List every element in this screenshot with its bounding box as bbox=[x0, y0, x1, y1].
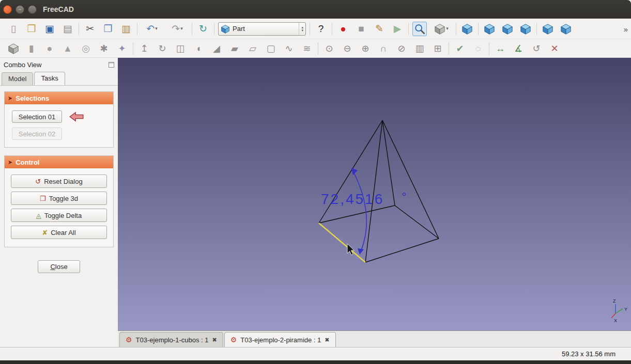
redo-icon[interactable]: ↷▾ bbox=[166, 22, 188, 36]
close-button[interactable]: Close bbox=[38, 260, 80, 273]
3d-viewport[interactable]: Z Y X 72,4516 ° bbox=[118, 58, 631, 330]
macro-execute-icon[interactable]: ▶ bbox=[390, 22, 405, 36]
part-cylinder-icon[interactable]: ▮ bbox=[24, 41, 39, 56]
mirror-icon[interactable]: ◫ bbox=[173, 41, 188, 56]
part-primitives-icon[interactable]: ✱ bbox=[97, 41, 111, 56]
maximize-window-button[interactable] bbox=[28, 5, 37, 14]
check-geometry-icon[interactable]: ✔ bbox=[453, 41, 467, 56]
toolbar-separator bbox=[79, 23, 79, 35]
boolean-intersection-icon[interactable]: ∩ bbox=[376, 41, 391, 56]
tasks-panel: ➤ Selections Selection 01 Selection 02 ➤… bbox=[0, 86, 118, 273]
selections-section-header[interactable]: ➤ Selections bbox=[5, 92, 113, 104]
undo-icon[interactable]: ↶▾ bbox=[141, 22, 163, 36]
chamfer-icon[interactable]: ◢ bbox=[209, 41, 224, 56]
draw-style-icon[interactable]: ▾ bbox=[430, 22, 452, 36]
clear-all-button[interactable]: ✘ Clear All bbox=[11, 226, 107, 239]
view-axonometric-icon[interactable] bbox=[460, 22, 474, 36]
tab-tasks[interactable]: Tasks bbox=[34, 72, 65, 85]
part-box-icon[interactable] bbox=[6, 41, 21, 56]
open-file-icon[interactable]: ❒ bbox=[24, 22, 39, 36]
ruled-surface-icon[interactable]: ▱ bbox=[245, 41, 260, 56]
revolve-icon[interactable]: ↻ bbox=[155, 41, 170, 56]
whats-this-icon[interactable]: ? bbox=[314, 22, 328, 36]
macro-stop-icon[interactable]: ■ bbox=[354, 22, 368, 36]
toggle-delta-icon: ◬ bbox=[36, 212, 41, 219]
float-panel-icon[interactable] bbox=[109, 62, 114, 68]
document-tab-label: T03-ejemplo-1-cubos : 1 bbox=[136, 336, 209, 344]
view-top-icon[interactable] bbox=[500, 22, 515, 36]
axis-indicator: Z Y X bbox=[611, 298, 627, 323]
document-tab[interactable]: ⚙T03-ejemplo-1-cubos : 1✖ bbox=[119, 332, 223, 347]
part-torus-icon[interactable]: ◎ bbox=[79, 41, 93, 56]
pyramid-wireframe[interactable] bbox=[319, 120, 439, 262]
toggle-delta-button[interactable]: ◬ Toggle Delta bbox=[11, 209, 107, 222]
tab-model[interactable]: Model bbox=[2, 72, 33, 85]
new-document-icon[interactable]: ▯ bbox=[6, 22, 21, 36]
boolean-union-icon[interactable]: ⊕ bbox=[358, 41, 373, 56]
tab-close-icon[interactable]: ✖ bbox=[212, 337, 217, 343]
macro-edit-icon[interactable]: ✎ bbox=[372, 22, 387, 36]
workbench-selector[interactable]: Part▴▾ bbox=[218, 22, 306, 36]
selection-01-button[interactable]: Selection 01 bbox=[12, 110, 62, 123]
part-cone-icon[interactable]: ▲ bbox=[60, 41, 75, 56]
toggle-delta-label: Toggle Delta bbox=[44, 212, 82, 219]
shape-builder-icon[interactable]: ✦ bbox=[115, 41, 129, 56]
extrude-icon[interactable]: ↥ bbox=[137, 41, 151, 56]
section-icon[interactable]: ⊘ bbox=[394, 41, 409, 56]
view-rear-icon[interactable] bbox=[541, 22, 555, 36]
measure-refresh-icon[interactable]: ↺ bbox=[529, 41, 544, 56]
document-gear-icon: ⚙ bbox=[126, 336, 132, 344]
copy-icon[interactable]: ❐ bbox=[101, 22, 115, 36]
defeaturing-icon[interactable]: ◌ bbox=[471, 41, 485, 56]
reset-dialog-button[interactable]: ↺ Reset Dialog bbox=[11, 175, 107, 188]
boolean-icon[interactable]: ⊙ bbox=[322, 41, 336, 56]
refresh-icon[interactable]: ↻ bbox=[196, 22, 210, 36]
toolbar-separator bbox=[318, 42, 318, 55]
measure-angular-icon[interactable]: ∡ bbox=[511, 41, 526, 56]
save-icon[interactable]: ▣ bbox=[42, 22, 57, 36]
toolbar-separator bbox=[133, 42, 133, 55]
toolbar-separator bbox=[332, 23, 332, 35]
cut-icon[interactable]: ✂ bbox=[83, 22, 97, 36]
view-bottom-icon[interactable] bbox=[559, 22, 573, 36]
print-icon[interactable]: ▤ bbox=[60, 22, 75, 36]
dimensions-readout: 59.23 x 31.56 mm bbox=[562, 350, 615, 358]
measure-clear-icon[interactable]: ✕ bbox=[547, 41, 562, 56]
reset-dialog-icon: ↺ bbox=[35, 178, 41, 185]
measure-linear-icon[interactable]: ↔ bbox=[493, 41, 507, 56]
minimize-window-button[interactable]: – bbox=[16, 5, 24, 14]
toggle-3d-icon: ❒ bbox=[40, 195, 46, 202]
macro-record-icon[interactable]: ● bbox=[336, 22, 350, 36]
view-front-icon[interactable] bbox=[482, 22, 497, 36]
view-right-icon[interactable] bbox=[518, 22, 533, 36]
control-section-header[interactable]: ➤ Control bbox=[5, 156, 113, 168]
zoom-fit-icon[interactable] bbox=[412, 22, 427, 36]
compound-icon[interactable]: ⊞ bbox=[430, 41, 445, 56]
part-sphere-icon[interactable]: ● bbox=[42, 41, 57, 56]
document-tab[interactable]: ⚙T03-ejemplo-2-piramide : 1✖ bbox=[224, 332, 336, 347]
paste-icon[interactable]: ▥ bbox=[119, 22, 133, 36]
combo-view-tabs: Model Tasks bbox=[0, 71, 118, 86]
loft-icon[interactable]: ▢ bbox=[264, 41, 278, 56]
fillet-icon[interactable]: ◖ bbox=[191, 41, 206, 56]
section-marker-icon: ➤ bbox=[8, 159, 12, 166]
tab-close-icon[interactable]: ✖ bbox=[325, 337, 329, 343]
toolbar-separator bbox=[310, 23, 310, 35]
toolbar-separator bbox=[478, 23, 479, 35]
workbench-name: Part bbox=[233, 25, 299, 33]
selected-edge[interactable] bbox=[319, 223, 365, 262]
cross-sections-icon[interactable]: ▥ bbox=[412, 41, 427, 56]
axis-z-label: Z bbox=[613, 298, 616, 304]
reset-dialog-label: Reset Dialog bbox=[44, 178, 82, 185]
close-window-button[interactable] bbox=[3, 5, 12, 14]
3d-scene[interactable]: Z Y X bbox=[118, 58, 631, 330]
make-face-icon[interactable]: ▰ bbox=[227, 41, 242, 56]
toolbar-overflow-button[interactable]: » bbox=[624, 25, 628, 34]
toggle-3d-button[interactable]: ❒ Toggle 3d bbox=[11, 192, 107, 205]
sweep-icon[interactable]: ∿ bbox=[282, 41, 296, 56]
offset-icon[interactable]: ≋ bbox=[300, 41, 314, 56]
mouse-cursor bbox=[347, 244, 355, 255]
dropdown-caret-icon: ▾ bbox=[155, 26, 158, 31]
combo-view-panel: Combo View Model Tasks ➤ Selections Sele… bbox=[0, 58, 118, 347]
boolean-cut-icon[interactable]: ⊖ bbox=[340, 41, 355, 56]
